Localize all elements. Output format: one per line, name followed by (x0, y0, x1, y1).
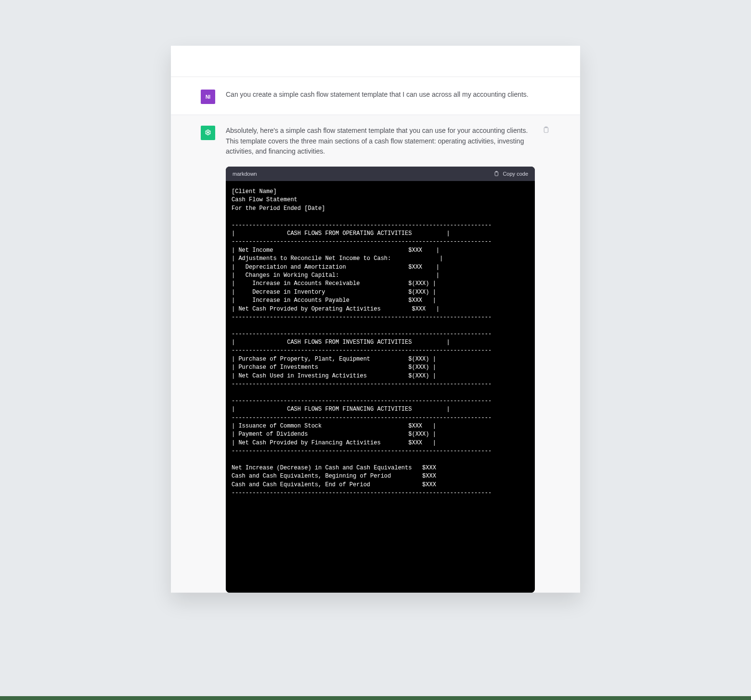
assistant-message-body: Absolutely, here's a simple cash flow st… (226, 126, 535, 593)
code-body[interactable]: [Client Name] Cash Flow Statement For th… (226, 181, 535, 593)
code-block: markdown Copy code [Client Name] Cash Fl… (226, 167, 535, 593)
chat-card: NI Can you create a simple cash flow sta… (171, 46, 580, 593)
message-actions (542, 126, 550, 134)
code-language-label: markdown (233, 171, 257, 177)
assistant-intro-text: Absolutely, here's a simple cash flow st… (226, 126, 535, 157)
footer-strip (0, 696, 751, 700)
user-message-row: NI Can you create a simple cash flow sta… (171, 77, 580, 115)
svg-rect-0 (495, 172, 498, 176)
openai-logo-icon (203, 128, 213, 138)
assistant-avatar (201, 126, 215, 140)
code-block-header: markdown Copy code (226, 167, 535, 181)
user-avatar-initials: NI (206, 94, 210, 100)
clipboard-icon (493, 170, 500, 177)
assistant-message-row: Absolutely, here's a simple cash flow st… (171, 115, 580, 593)
clipboard-icon[interactable] (542, 126, 550, 134)
top-spacer (171, 46, 580, 77)
copy-code-label: Copy code (503, 171, 528, 177)
user-message-text: Can you create a simple cash flow statem… (226, 90, 550, 100)
user-message-body: Can you create a simple cash flow statem… (226, 90, 550, 100)
user-avatar: NI (201, 90, 215, 104)
copy-code-button[interactable]: Copy code (493, 170, 528, 177)
svg-rect-2 (544, 128, 548, 133)
